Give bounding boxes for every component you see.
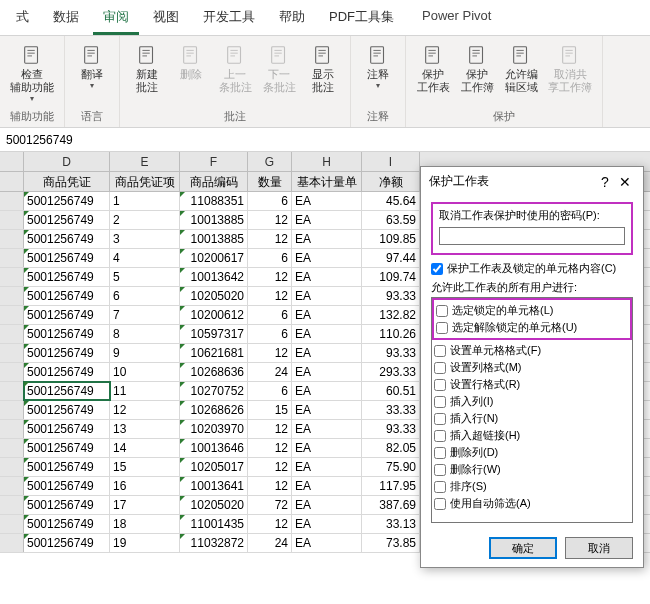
ribbon-btn[interactable]: 注释▾ bbox=[357, 40, 399, 92]
cell[interactable]: 12 bbox=[248, 477, 292, 495]
permissions-list[interactable]: 选定锁定的单元格(L)选定解除锁定的单元格(U)设置单元格格式(F)设置列格式(… bbox=[431, 297, 633, 523]
cell[interactable]: 24 bbox=[248, 363, 292, 381]
cell[interactable]: 7 bbox=[110, 306, 180, 324]
cell[interactable]: 10013885 bbox=[180, 230, 248, 248]
cell[interactable]: 5001256749 bbox=[24, 420, 110, 438]
cell[interactable]: 15 bbox=[110, 458, 180, 476]
cell[interactable]: 10621681 bbox=[180, 344, 248, 362]
cell[interactable]: EA bbox=[292, 363, 362, 381]
cell[interactable]: 12 bbox=[248, 439, 292, 457]
ribbon-btn[interactable]: 检查 辅助功能▾ bbox=[6, 40, 58, 105]
data-header[interactable]: 商品编码 bbox=[180, 172, 248, 191]
cell[interactable]: 12 bbox=[248, 420, 292, 438]
cell[interactable]: 12 bbox=[248, 211, 292, 229]
perm-checkbox[interactable] bbox=[436, 322, 448, 334]
cell[interactable]: 5001256749 bbox=[24, 401, 110, 419]
cell[interactable]: EA bbox=[292, 534, 362, 552]
col-header-I[interactable]: I bbox=[362, 152, 420, 171]
cell[interactable]: 10200612 bbox=[180, 306, 248, 324]
cell[interactable]: 117.95 bbox=[362, 477, 420, 495]
cell[interactable]: 97.44 bbox=[362, 249, 420, 267]
cell[interactable]: 24 bbox=[248, 534, 292, 552]
formula-bar[interactable]: 5001256749 bbox=[0, 128, 650, 152]
cell[interactable]: 15 bbox=[248, 401, 292, 419]
cell[interactable]: 93.33 bbox=[362, 344, 420, 362]
perm-checkbox[interactable] bbox=[434, 362, 446, 374]
perm-checkbox[interactable] bbox=[434, 447, 446, 459]
cell[interactable]: EA bbox=[292, 496, 362, 514]
cell[interactable]: 5001256749 bbox=[24, 515, 110, 533]
col-header-H[interactable]: H bbox=[292, 152, 362, 171]
cell[interactable]: 10205017 bbox=[180, 458, 248, 476]
col-header-F[interactable]: F bbox=[180, 152, 248, 171]
cell[interactable]: 5001256749 bbox=[24, 439, 110, 457]
cell[interactable]: 6 bbox=[248, 306, 292, 324]
ribbon-btn[interactable]: 新建 批注 bbox=[126, 40, 168, 96]
perm-item[interactable]: 插入列(I) bbox=[434, 393, 630, 410]
password-input[interactable] bbox=[439, 227, 625, 245]
cell[interactable]: 33.13 bbox=[362, 515, 420, 533]
perm-checkbox[interactable] bbox=[434, 345, 446, 357]
cell[interactable]: EA bbox=[292, 458, 362, 476]
perm-checkbox[interactable] bbox=[434, 481, 446, 493]
cell[interactable]: 1 bbox=[110, 192, 180, 210]
cell[interactable]: EA bbox=[292, 344, 362, 362]
perm-item[interactable]: 设置列格式(M) bbox=[434, 359, 630, 376]
cell[interactable]: 72 bbox=[248, 496, 292, 514]
cell[interactable]: EA bbox=[292, 477, 362, 495]
row-number[interactable] bbox=[0, 344, 24, 362]
cell[interactable]: EA bbox=[292, 325, 362, 343]
cell[interactable]: 11 bbox=[110, 382, 180, 400]
row-number[interactable] bbox=[0, 287, 24, 305]
row-number[interactable] bbox=[0, 192, 24, 210]
perm-checkbox[interactable] bbox=[434, 464, 446, 476]
row-number[interactable] bbox=[0, 268, 24, 286]
ribbon-btn[interactable]: 保护 工作簿 bbox=[456, 40, 498, 96]
cell[interactable]: 2 bbox=[110, 211, 180, 229]
cell[interactable]: 14 bbox=[110, 439, 180, 457]
protect-content-checkbox[interactable] bbox=[431, 263, 443, 275]
cell[interactable]: 10268626 bbox=[180, 401, 248, 419]
cell[interactable]: 6 bbox=[248, 325, 292, 343]
cell[interactable]: 10268636 bbox=[180, 363, 248, 381]
row-number[interactable] bbox=[0, 382, 24, 400]
cell[interactable]: 9 bbox=[110, 344, 180, 362]
row-number[interactable] bbox=[0, 458, 24, 476]
cell[interactable]: 60.51 bbox=[362, 382, 420, 400]
tab-2[interactable]: 审阅 bbox=[93, 4, 139, 35]
tab-7[interactable]: Power Pivot bbox=[412, 4, 501, 35]
cell[interactable]: 3 bbox=[110, 230, 180, 248]
col-header-E[interactable]: E bbox=[110, 152, 180, 171]
cell[interactable]: 5001256749 bbox=[24, 344, 110, 362]
row-number[interactable] bbox=[0, 420, 24, 438]
cell[interactable]: EA bbox=[292, 230, 362, 248]
protect-content-checkbox-row[interactable]: 保护工作表及锁定的单元格内容(C) bbox=[431, 261, 633, 276]
cell[interactable]: 10013646 bbox=[180, 439, 248, 457]
perm-item[interactable]: 设置单元格格式(F) bbox=[434, 342, 630, 359]
ok-button[interactable]: 确定 bbox=[489, 537, 557, 559]
row-number[interactable] bbox=[0, 477, 24, 495]
ribbon-btn[interactable]: 允许编 辑区域 bbox=[500, 40, 542, 96]
cell[interactable]: 82.05 bbox=[362, 439, 420, 457]
data-header[interactable]: 商品凭证项 bbox=[110, 172, 180, 191]
data-header[interactable]: 数量 bbox=[248, 172, 292, 191]
perm-checkbox[interactable] bbox=[434, 498, 446, 510]
tab-0[interactable]: 式 bbox=[6, 4, 39, 35]
cell[interactable]: 12 bbox=[110, 401, 180, 419]
tab-4[interactable]: 开发工具 bbox=[193, 4, 265, 35]
cell[interactable]: 19 bbox=[110, 534, 180, 552]
tab-5[interactable]: 帮助 bbox=[269, 4, 315, 35]
cell[interactable]: 10013885 bbox=[180, 211, 248, 229]
cell[interactable]: 5001256749 bbox=[24, 268, 110, 286]
perm-checkbox[interactable] bbox=[434, 379, 446, 391]
ribbon-btn[interactable]: 保护 工作表 bbox=[412, 40, 454, 96]
cell[interactable]: 45.64 bbox=[362, 192, 420, 210]
cell[interactable]: 110.26 bbox=[362, 325, 420, 343]
perm-item[interactable]: 插入超链接(H) bbox=[434, 427, 630, 444]
row-number[interactable] bbox=[0, 515, 24, 533]
help-button[interactable]: ? bbox=[595, 174, 615, 190]
cell[interactable]: 11032872 bbox=[180, 534, 248, 552]
col-header-G[interactable]: G bbox=[248, 152, 292, 171]
cell[interactable]: 63.59 bbox=[362, 211, 420, 229]
col-header-D[interactable]: D bbox=[24, 152, 110, 171]
